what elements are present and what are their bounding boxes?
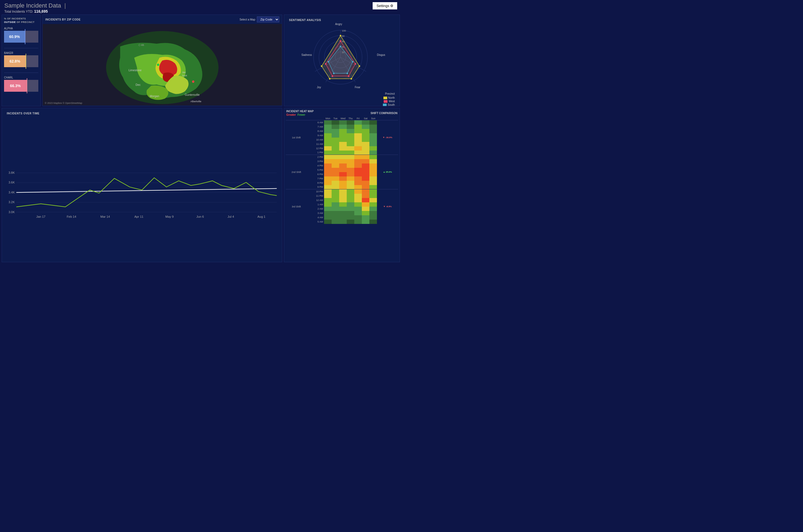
- map-select[interactable]: Zip Code: [257, 17, 279, 22]
- heat-cell: [339, 138, 347, 142]
- header-left: Sample Incident Data | Total Incidents Y…: [4, 2, 66, 14]
- heat-cell: [362, 211, 369, 215]
- svg-text:3.6K: 3.6K: [8, 181, 15, 184]
- heat-cell: [324, 185, 332, 189]
- heat-cell: [354, 189, 362, 194]
- time-panel: INCIDENTS OVER TIME 3.0K 3.2K 3.4K 3.6K …: [2, 108, 282, 262]
- heat-cell: [347, 181, 354, 185]
- heat-cell: [332, 207, 339, 211]
- heat-cell: [347, 189, 354, 194]
- heatmap-grid: Mon Tue Wed Thu Fri Sat Sun 1st Shift6 A…: [284, 117, 400, 262]
- heat-cell: [362, 146, 369, 151]
- heat-cell: [354, 185, 362, 189]
- heat-cell: [369, 207, 377, 211]
- heatmap-greater: Greater: [286, 113, 296, 116]
- heatmap-panel: INCIDENT HEAT MAP Greater Fewer SHIFT CO…: [284, 108, 400, 262]
- heat-cell: [339, 215, 347, 220]
- legend-north-color: [383, 97, 387, 99]
- heat-cell: [332, 138, 339, 142]
- heat-cell: [369, 176, 377, 181]
- settings-button[interactable]: Settings ⚙: [372, 2, 397, 10]
- svg-text:100: 100: [342, 30, 346, 32]
- heat-cell: [324, 202, 332, 207]
- heat-cell: [339, 185, 347, 189]
- heat-cell: [354, 164, 362, 168]
- heat-cell: [354, 207, 362, 211]
- heat-cell: [332, 133, 339, 138]
- svg-text:Jul 4: Jul 4: [227, 215, 234, 218]
- svg-point-39: [340, 40, 341, 42]
- svg-text:3.4K: 3.4K: [8, 191, 15, 194]
- heatmap-fri: Fri: [354, 117, 362, 120]
- heat-cell: [362, 155, 369, 159]
- hour-label: 12 PM: [307, 146, 324, 151]
- hour-label: 10 AM: [307, 138, 324, 142]
- heat-cell: [362, 220, 369, 224]
- heat-cell: [347, 168, 354, 172]
- heat-cell: [354, 155, 362, 159]
- alpha-row: ALPHA 60.9%: [4, 27, 38, 43]
- svg-text:3.2K: 3.2K: [8, 201, 15, 204]
- shift-comparison-1: ▲ 25.0%: [377, 155, 398, 189]
- heat-cell: [347, 202, 354, 207]
- heat-cell: [354, 151, 362, 155]
- heat-cell: [369, 185, 377, 189]
- heat-cell: [339, 202, 347, 207]
- heatmap-header-empty: [286, 117, 324, 120]
- heat-cell: [332, 181, 339, 185]
- heat-cell: [369, 211, 377, 215]
- svg-text:Disgust: Disgust: [377, 53, 385, 56]
- heat-cell: [324, 181, 332, 185]
- svg-point-36: [329, 78, 330, 80]
- heat-cell: [324, 120, 332, 125]
- heat-cell: [347, 172, 354, 176]
- heat-cell: [369, 215, 377, 220]
- heat-cell: [369, 168, 377, 172]
- heat-cell: [369, 181, 377, 185]
- legend-title: Precinct: [385, 92, 395, 95]
- hour-label: 1 AM: [307, 202, 324, 207]
- heat-cell: [354, 168, 362, 172]
- heat-cell: [339, 168, 347, 172]
- heatmap-table: Mon Tue Wed Thu Fri Sat Sun 1st Shift6 A…: [286, 117, 398, 224]
- header: Sample Incident Data | Total Incidents Y…: [0, 0, 402, 15]
- heat-cell: [347, 211, 354, 215]
- heat-cell: [369, 164, 377, 168]
- svg-point-33: [340, 35, 341, 36]
- legend-south-label: South: [388, 103, 395, 106]
- svg-text:3.8K: 3.8K: [8, 171, 15, 174]
- total-incidents: 116,695: [34, 9, 48, 14]
- heat-cell: [339, 211, 347, 215]
- title-text: Sample Incident Data: [4, 2, 61, 9]
- hour-label: 3 AM: [307, 211, 324, 215]
- heatmap-comparison-header: [377, 117, 398, 120]
- heat-cell: [339, 159, 347, 164]
- heat-cell: [332, 129, 339, 133]
- legend-south-color: [383, 103, 387, 106]
- time-chart: 3.0K 3.2K 3.4K 3.6K 3.8K Jan 17 Feb 14 M…: [4, 115, 280, 259]
- heat-cell: [324, 194, 332, 198]
- heat-cell: [339, 146, 347, 151]
- svg-point-3: [192, 80, 194, 82]
- svg-text:Jan 17: Jan 17: [36, 215, 45, 218]
- hour-label: 6 PM: [307, 172, 324, 176]
- hour-label: 2 PM: [307, 155, 324, 159]
- map-panel: INCIDENTS BY ZIP CODE Select a Map Zip C…: [42, 15, 282, 106]
- legend-north: North: [383, 96, 395, 99]
- hour-label: 7 AM: [307, 125, 324, 129]
- heat-cell: [324, 142, 332, 146]
- svg-text:Apr 11: Apr 11: [134, 215, 143, 218]
- svg-text:Aug 1: Aug 1: [257, 215, 266, 218]
- heat-cell: [362, 181, 369, 185]
- heat-cell: [369, 159, 377, 164]
- charl-label: CHARL: [4, 76, 38, 79]
- map-title: INCIDENTS BY ZIP CODE: [45, 18, 81, 21]
- heat-cell: [362, 198, 369, 202]
- heat-cell: [339, 142, 347, 146]
- heat-cell: [362, 125, 369, 129]
- heat-cell: [354, 159, 362, 164]
- heat-cell: [347, 155, 354, 159]
- heat-cell: [369, 120, 377, 125]
- sentiment-panel: SENTIMENT ANALYSIS Angry Disgust Fear Jo…: [284, 15, 400, 106]
- heat-cell: [354, 120, 362, 125]
